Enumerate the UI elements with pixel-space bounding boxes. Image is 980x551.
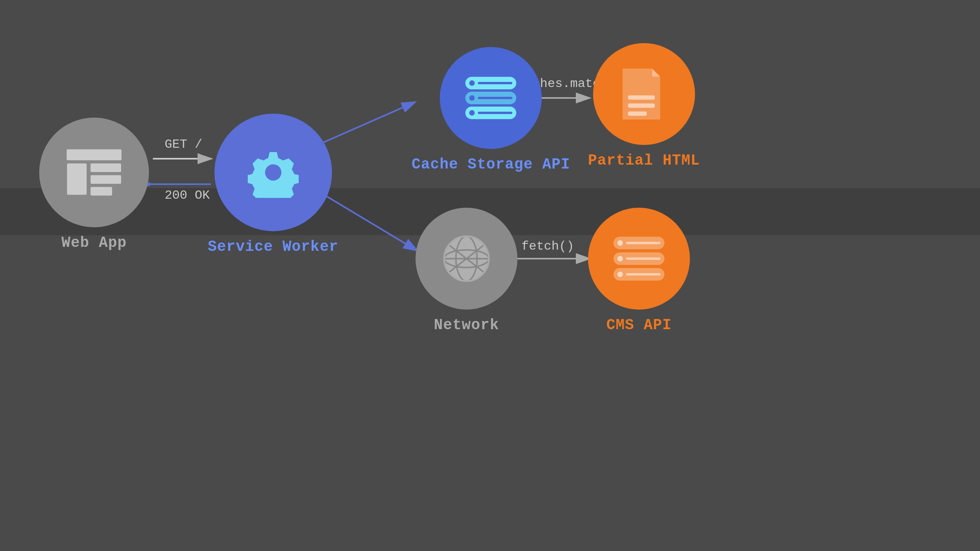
db-row-3 (465, 107, 516, 119)
db-dot-2 (469, 95, 475, 101)
cms-db-icon (613, 237, 664, 281)
service-worker-circle (214, 114, 332, 231)
diagram-container: GET / 200 OK caches.match() fetch() Web … (0, 0, 980, 551)
web-app-label: Web App (62, 234, 127, 251)
web-app-line1 (91, 163, 121, 172)
cache-api-circle (440, 47, 542, 149)
service-worker-label: Service Worker (208, 238, 338, 255)
db-bar-1 (478, 82, 512, 84)
svg-rect-22 (628, 111, 647, 116)
network-circle (416, 208, 517, 310)
gear-icon (248, 147, 299, 198)
svg-point-9 (265, 164, 281, 181)
cache-api-label: Cache Storage API (412, 156, 570, 173)
cms-bar-2 (626, 257, 661, 260)
db-bar-2 (478, 97, 512, 99)
web-app-left-col (67, 163, 87, 195)
cms-db-row-2 (613, 252, 664, 265)
cms-dot-3 (617, 272, 623, 277)
cms-dot-1 (617, 240, 623, 246)
fetch-label: fetch() (521, 239, 574, 254)
web-app-line2 (91, 175, 121, 184)
network-node: Network (416, 208, 517, 334)
web-app-line3 (91, 187, 112, 196)
globe-icon (437, 229, 496, 288)
cms-api-circle (588, 208, 690, 310)
web-app-circle (39, 118, 149, 227)
cache-api-node: Cache Storage API (412, 47, 570, 173)
db-dot-3 (469, 110, 475, 116)
db-icon (465, 77, 516, 119)
partial-html-circle (593, 43, 695, 145)
web-app-icon (67, 149, 122, 196)
service-worker-node: Service Worker (208, 114, 338, 255)
response-label: 200 OK (165, 188, 210, 203)
get-request-label: GET / (165, 137, 202, 152)
db-row-2 (465, 92, 516, 104)
cms-bar-1 (626, 242, 661, 244)
web-app-right-col (91, 163, 121, 196)
web-app-node: Web App (39, 118, 149, 251)
cms-api-node: CMS API (588, 208, 690, 334)
web-app-top-bar (67, 149, 122, 160)
partial-html-label: Partial HTML (588, 152, 700, 169)
svg-rect-21 (628, 103, 655, 108)
partial-html-node: Partial HTML (588, 43, 700, 169)
db-row-1 (465, 77, 516, 89)
web-app-bottom-row (67, 163, 121, 196)
document-icon (622, 69, 666, 120)
db-dot-1 (469, 80, 475, 86)
cms-bar-3 (626, 273, 661, 276)
cms-db-row-1 (613, 237, 664, 249)
svg-marker-19 (652, 69, 660, 77)
cms-db-row-3 (613, 268, 664, 281)
cms-dot-2 (617, 256, 623, 261)
db-bar-3 (478, 112, 512, 114)
svg-rect-20 (628, 95, 655, 100)
network-label: Network (434, 317, 499, 334)
cms-api-label: CMS API (606, 317, 672, 334)
